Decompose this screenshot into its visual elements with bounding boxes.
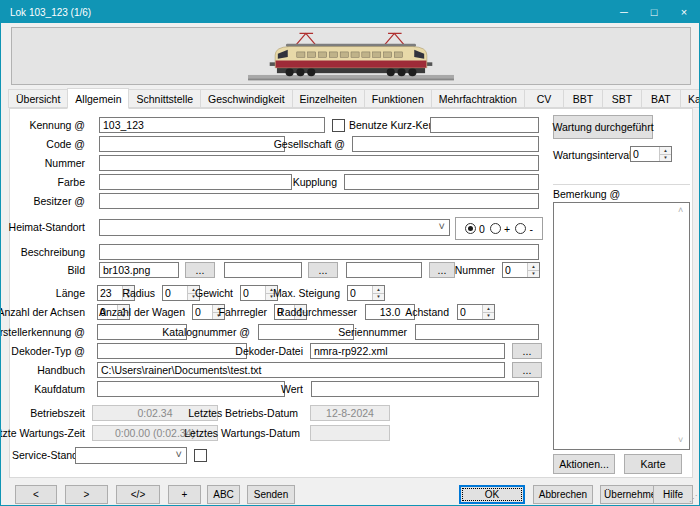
handbuch-input[interactable]: [97, 362, 505, 378]
tab-kalibrieren[interactable]: Kalibrieren: [680, 89, 700, 108]
senden-button[interactable]: Senden: [247, 485, 295, 504]
wartungsintervall-label: Wartungsintervall: [553, 149, 634, 162]
spinner-up-icon[interactable]: [660, 147, 671, 155]
dekoder-datei-browse-button[interactable]: ...: [512, 343, 542, 359]
dekoder-typ-input[interactable]: [97, 343, 247, 359]
seriennummer-input[interactable]: [415, 324, 539, 340]
anzahl-wagen-input[interactable]: [193, 305, 212, 319]
max-steigung-input[interactable]: [348, 286, 372, 300]
abbrechen-button[interactable]: Abbrechen: [533, 485, 593, 504]
next-button[interactable]: >: [65, 485, 108, 504]
tab-allgemein[interactable]: Allgemein: [67, 88, 129, 109]
prev-button[interactable]: <: [15, 485, 57, 504]
service-standort-checkbox[interactable]: [194, 449, 207, 462]
bemerkung-textarea[interactable]: [553, 202, 690, 450]
service-standort-combobox[interactable]: [75, 447, 187, 464]
gewicht-input[interactable]: [241, 286, 265, 300]
anzahl-achsen-label: Anzahl der Achsen: [0, 306, 85, 319]
gesellschaft-input[interactable]: [352, 136, 539, 152]
achstand-input[interactable]: [458, 305, 482, 319]
kurz-kennung-input[interactable]: [430, 117, 539, 133]
spinner-down-icon[interactable]: [483, 313, 494, 320]
handbuch-browse-button[interactable]: ...: [512, 362, 542, 378]
bild-file3-input[interactable]: [346, 262, 422, 278]
farbe-input[interactable]: [99, 174, 292, 190]
dekoder-datei-input[interactable]: [310, 343, 505, 359]
heimat-standort-combobox[interactable]: [99, 219, 450, 236]
bemerkung-label: Bemerkung @: [553, 188, 620, 201]
laenge-input[interactable]: [98, 286, 122, 300]
tab-uebersicht[interactable]: Übersicht: [8, 89, 68, 108]
spinner-up-icon[interactable]: [373, 286, 384, 294]
heimat-radio-group: 0 + -: [455, 217, 543, 240]
ok-button[interactable]: OK: [459, 485, 525, 504]
letztes-betriebs-datum-label: Letztes Betriebs-Datum: [188, 407, 298, 420]
spinner-arrows[interactable]: [372, 286, 384, 300]
letztes-wartungs-datum-label: Letztes Wartungs-Datum: [184, 427, 300, 440]
abc-button[interactable]: ABC: [207, 485, 240, 504]
spinner-arrows[interactable]: [659, 147, 671, 161]
spinner-down-icon[interactable]: [660, 155, 671, 162]
bild-nummer-input[interactable]: [503, 263, 527, 277]
tab-geschwindigkeit[interactable]: Geschwindigkeit: [200, 89, 292, 108]
bild-label: Bild: [67, 264, 85, 277]
wartungsintervall-input[interactable]: [631, 147, 659, 161]
lok-dialog-window: Lok 103_123 (1/6) ─ □ ×: [0, 0, 700, 506]
plus-button[interactable]: +: [168, 485, 201, 504]
besitzer-input[interactable]: [99, 193, 539, 209]
tab-bbt[interactable]: BBT: [563, 89, 603, 108]
tab-mehrfachtraktion[interactable]: Mehrfachtraktion: [431, 89, 525, 108]
tab-einzelheiten[interactable]: Einzelheiten: [292, 89, 365, 108]
bild-browse1-button[interactable]: ...: [185, 262, 215, 278]
scroll-up-icon[interactable]: ˄: [678, 206, 683, 215]
wartung-durchgefuehrt-button[interactable]: Wartung durchgeführt: [553, 115, 653, 139]
nummer-input[interactable]: [99, 155, 539, 171]
tab-schnittstelle[interactable]: Schnittstelle: [128, 89, 201, 108]
scroll-down-icon[interactable]: ˅: [678, 436, 683, 445]
kupplung-input[interactable]: [344, 174, 539, 190]
nummer-label: Nummer: [45, 157, 85, 170]
window-controls: ─ □ ×: [609, 1, 699, 23]
radius-input[interactable]: [163, 286, 187, 300]
gewicht-label: Gewicht: [195, 287, 233, 300]
bild-nummer-spinner: [502, 262, 540, 278]
close-icon[interactable]: ×: [669, 1, 699, 23]
dekoder-typ-label: Dekoder-Typ @: [11, 345, 85, 358]
karte-button[interactable]: Karte: [624, 454, 682, 474]
radio-0-label: 0: [479, 223, 485, 235]
tab-funktionen[interactable]: Funktionen: [364, 89, 432, 108]
hilfe-button[interactable]: Hilfe: [653, 485, 693, 504]
max-steigung-spinner: [347, 285, 385, 301]
spinner-down-icon[interactable]: [528, 271, 539, 278]
kaufdatum-input[interactable]: [97, 381, 285, 397]
tab-cv[interactable]: CV: [524, 89, 564, 108]
minimize-icon[interactable]: ─: [609, 1, 639, 23]
radio-0[interactable]: 0: [465, 223, 485, 235]
code-input[interactable]: [99, 136, 285, 152]
bild-file1-input[interactable]: [99, 262, 179, 278]
maximize-icon[interactable]: □: [639, 1, 669, 23]
bild-file2-input[interactable]: [224, 262, 302, 278]
spinner-up-icon[interactable]: [483, 305, 494, 313]
wert-input[interactable]: [311, 381, 539, 397]
spinner-up-icon[interactable]: [528, 263, 539, 271]
spinner-arrows[interactable]: [527, 263, 539, 277]
tab-bat[interactable]: BAT: [641, 89, 681, 108]
bild-browse2-button[interactable]: ...: [308, 262, 338, 278]
bild-browse3-button[interactable]: ...: [429, 262, 455, 278]
aktionen-button[interactable]: Aktionen...: [553, 454, 615, 474]
tab-sbt[interactable]: SBT: [602, 89, 642, 108]
resize-grip-icon[interactable]: ⋰: [689, 495, 697, 503]
kennung-input[interactable]: [99, 117, 325, 133]
kurz-kennung-checkbox[interactable]: [332, 119, 345, 132]
radio-plus[interactable]: +: [490, 223, 510, 235]
achstand-label: Achstand: [405, 306, 449, 319]
wartungsintervall-spinner: [630, 146, 672, 162]
spinner-arrows[interactable]: [482, 305, 494, 319]
dekoder-datei-label: Dekoder-Datei: [235, 345, 303, 358]
beschreibung-input[interactable]: [99, 244, 539, 260]
spinner-down-icon[interactable]: [373, 294, 384, 301]
radio-minus[interactable]: -: [515, 223, 533, 235]
gesellschaft-label: Gesellschaft @: [274, 138, 345, 151]
code-toggle-button[interactable]: </>: [116, 485, 160, 504]
